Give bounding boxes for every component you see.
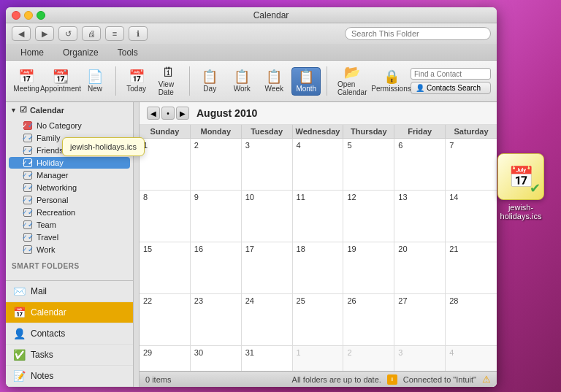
quick-toolbar: ◀ ▶ ↺ 🖨 ≡ ℹ — [6, 23, 497, 44]
desktop-icon-jewish-holidays[interactable]: 📅 ✔ jewish-holidays.ics — [492, 153, 550, 220]
cal-item-networking[interactable]: ✓ Networking — [9, 182, 130, 193]
cal-day-aug12[interactable]: 12 — [343, 191, 394, 242]
cal-day-aug8[interactable]: 8 — [140, 191, 191, 242]
cal-day-aug25[interactable]: 25 — [293, 294, 344, 345]
cal-day-aug13[interactable]: 13 — [394, 191, 446, 242]
cal-day-aug20[interactable]: 20 — [394, 242, 446, 293]
cal-day-aug7[interactable]: 7 — [446, 139, 497, 190]
minimize-button[interactable] — [24, 11, 33, 20]
travel-checkbox[interactable]: ✓ — [23, 233, 32, 242]
info-button[interactable]: ℹ — [129, 26, 148, 41]
cal-day-aug15[interactable]: 15 — [140, 242, 191, 293]
cal-day-aug3[interactable]: 3 — [242, 139, 293, 190]
sidebar-item-calendar[interactable]: 📅 Calendar — [6, 302, 133, 323]
cal-day-aug27[interactable]: 27 — [394, 294, 446, 345]
cal-item-personal[interactable]: ✓ Personal — [9, 194, 130, 206]
work-calendar-checkbox[interactable]: ✓ — [23, 245, 32, 254]
cal-day-aug10[interactable]: 10 — [242, 191, 293, 242]
cal-item-recreation[interactable]: ✓ Recreation — [9, 207, 130, 218]
cal-item-work[interactable]: ✓ Work — [9, 244, 130, 255]
cal-day-aug5[interactable]: 5 — [343, 139, 394, 190]
ribbon-week-button[interactable]: 📋 Week — [259, 68, 289, 95]
ribbon-work-button[interactable]: 📋 Work — [227, 68, 256, 95]
tab-organize[interactable]: Organize — [54, 45, 107, 60]
find-contact-input[interactable] — [411, 68, 491, 80]
contacts-search-button[interactable]: 👤 Contacts Search — [411, 82, 491, 94]
cal-day-aug2[interactable]: 2 — [191, 139, 242, 190]
print-button[interactable]: 🖨 — [82, 26, 101, 41]
cal-item-no-category[interactable]: ✓ No Category — [9, 120, 130, 131]
cal-day-aug9[interactable]: 9 — [191, 191, 242, 242]
personal-checkbox[interactable]: ✓ — [23, 196, 32, 204]
today-nav-button[interactable]: • — [161, 107, 175, 120]
cal-day-aug17[interactable]: 17 — [242, 242, 293, 293]
calendar-section-header[interactable]: ▼ ☑ Calendar — [6, 102, 133, 118]
header-friday: Friday — [394, 125, 446, 138]
networking-checkbox[interactable]: ✓ — [23, 183, 32, 192]
ribbon-day-button[interactable]: 📋 Day — [195, 68, 224, 95]
search-input[interactable] — [345, 27, 491, 40]
recreation-checkbox[interactable]: ✓ — [23, 208, 32, 217]
cal-day-aug21[interactable]: 21 — [446, 242, 497, 293]
cal-day-aug29[interactable]: 29 — [140, 346, 191, 371]
back-button[interactable]: ◀ — [12, 26, 31, 41]
cal-day-sep4[interactable]: 4 — [446, 346, 497, 371]
calendar-nav: ◀ • ▶ August 2010 — [140, 102, 497, 125]
cal-day-aug24[interactable]: 24 — [242, 294, 293, 345]
family-checkbox[interactable]: ✓ — [23, 134, 32, 142]
forward-button[interactable]: ▶ — [35, 26, 54, 41]
cal-day-aug1[interactable]: 1 — [140, 139, 191, 190]
maximize-button[interactable] — [37, 11, 45, 20]
refresh-button[interactable]: ↺ — [58, 26, 77, 41]
meeting-icon: 📅 — [18, 70, 34, 83]
sidebar-item-tasks[interactable]: ✅ Tasks — [6, 345, 133, 366]
cal-day-aug31[interactable]: 31 — [242, 346, 293, 371]
close-button[interactable] — [12, 11, 20, 20]
cal-day-aug16[interactable]: 16 — [191, 242, 242, 293]
team-checkbox[interactable]: ✓ — [23, 220, 32, 229]
cal-item-travel[interactable]: ✓ Travel — [9, 231, 130, 243]
cal-item-holiday[interactable]: ✓ Holiday — [9, 157, 130, 169]
cal-day-sep2[interactable]: 2 — [343, 346, 394, 371]
cal-day-aug14[interactable]: 14 — [446, 191, 497, 242]
no-category-checkbox[interactable]: ✓ — [23, 121, 32, 130]
cal-day-sep3[interactable]: 3 — [394, 346, 446, 371]
cal-day-aug23[interactable]: 23 — [191, 294, 242, 345]
contacts-search-icon: 👤 — [416, 84, 424, 92]
cal-day-aug18[interactable]: 18 — [293, 242, 344, 293]
friends-checkbox[interactable]: ✓ — [23, 146, 32, 155]
cal-day-aug19[interactable]: 19 — [343, 242, 394, 293]
tab-home[interactable]: Home — [12, 45, 53, 60]
cal-day-aug22[interactable]: 22 — [140, 294, 191, 345]
ribbon-new-button[interactable]: 📄 New — [80, 68, 110, 95]
sidebar-item-notes[interactable]: 📝 Notes — [6, 366, 133, 387]
ribbon-permissions-button[interactable]: 🔒 Permissions — [375, 68, 408, 95]
next-month-button[interactable]: ▶ — [176, 107, 189, 120]
cal-day-aug4[interactable]: 4 — [293, 139, 344, 190]
cal-day-aug11[interactable]: 11 — [293, 191, 344, 242]
tab-tools[interactable]: Tools — [109, 45, 147, 60]
cal-day-aug26[interactable]: 26 — [343, 294, 394, 345]
ribbon-opencalendar-button[interactable]: 📂 Open Calendar — [333, 64, 372, 99]
list-button[interactable]: ≡ — [105, 26, 124, 41]
ribbon-today-button[interactable]: 📅 Today — [122, 68, 151, 95]
header-wednesday: Wednesday — [293, 125, 344, 138]
cal-day-aug30[interactable]: 30 — [191, 346, 242, 371]
cal-week-2: 8 9 10 11 12 13 14 — [140, 191, 497, 242]
cal-day-aug28[interactable]: 28 — [446, 294, 497, 345]
cal-day-sep1[interactable]: 1 — [293, 346, 344, 371]
cal-item-team[interactable]: ✓ Team — [9, 219, 130, 231]
prev-month-button[interactable]: ◀ — [147, 107, 160, 120]
cal-item-manager[interactable]: ✓ Manager — [9, 169, 130, 181]
cal-day-aug6[interactable]: 6 — [394, 139, 446, 190]
manager-checkbox[interactable]: ✓ — [23, 171, 32, 180]
ribbon-appointment-button[interactable]: 📆 Appointment — [44, 68, 77, 95]
ribbon-meeting-button[interactable]: 📅 Meeting — [12, 68, 41, 95]
sidebar-item-mail[interactable]: ✉️ Mail — [6, 281, 133, 302]
ribbon-viewdate-button[interactable]: 🗓 View Date — [154, 64, 183, 99]
sidebar-item-contacts[interactable]: 👤 Contacts — [6, 323, 133, 345]
ribbon-month-button[interactable]: 📋 Month — [291, 67, 321, 96]
holiday-checkbox[interactable]: ✓ — [23, 158, 32, 167]
ribbon-separator-2 — [189, 66, 190, 96]
titlebar: Calendar — [6, 7, 497, 23]
